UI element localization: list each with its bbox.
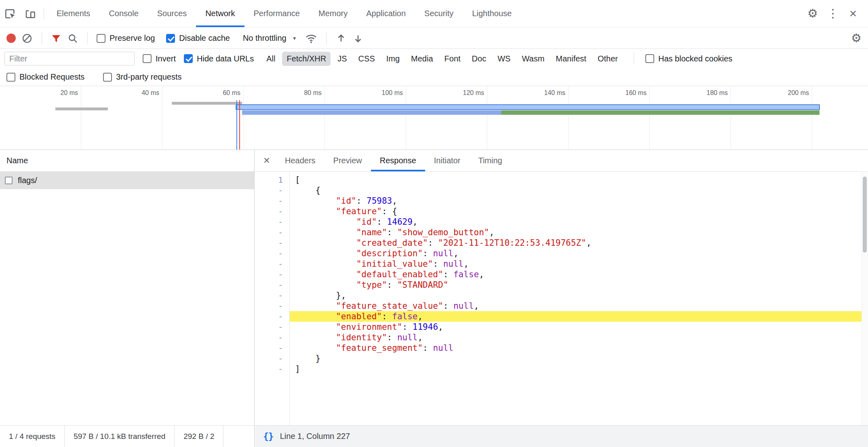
code-line: - {	[255, 185, 868, 196]
pretty-print-icon[interactable]: {}	[263, 431, 274, 442]
load-event-marker	[239, 100, 240, 150]
gutter-divider	[289, 172, 290, 425]
invert-checkbox[interactable]: Invert	[143, 54, 176, 63]
request-row[interactable]: flags/	[0, 172, 254, 189]
third-party-requests-checkbox[interactable]: 3rd-party requests	[103, 72, 181, 82]
network-overview-timeline[interactable]: 20 ms40 ms60 ms80 ms100 ms120 ms140 ms16…	[0, 86, 868, 150]
divider	[44, 8, 44, 20]
import-har-icon[interactable]	[335, 33, 347, 44]
close-devtools-icon[interactable]: ×	[844, 7, 862, 20]
network-summary-bar: 1 / 4 requests597 B / 10.1 kB transferre…	[0, 425, 255, 447]
chevron-down-icon: ▼	[292, 36, 297, 41]
panel-tabs: ElementsConsoleSourcesNetworkPerformance…	[47, 0, 521, 27]
code-line: - "name": "show_demo_button",	[255, 227, 868, 238]
code-line: - "id": 75983,	[255, 196, 868, 206]
timeline-column: 160 ms	[569, 86, 650, 150]
code-line: - "enabled": false,	[255, 311, 868, 322]
search-icon[interactable]	[67, 33, 78, 44]
device-toolbar-icon[interactable]	[20, 0, 40, 27]
timeline-tick-label: 140 ms	[544, 89, 565, 97]
code-text: "description": null,	[289, 248, 868, 259]
code-text: "id": 14629,	[289, 217, 868, 227]
code-text: "name": "show_demo_button",	[289, 227, 868, 238]
checkbox-icon	[97, 34, 105, 43]
line-number: -	[255, 332, 289, 343]
code-line: - },	[255, 290, 868, 301]
has-blocked-cookies-checkbox[interactable]: Has blocked cookies	[645, 54, 732, 63]
timeline-column: 20 ms	[0, 86, 81, 150]
divider	[87, 32, 88, 44]
code-text: "feature_segment": null	[289, 343, 868, 353]
network-settings-gear-icon[interactable]: ⚙	[851, 32, 862, 44]
filter-input[interactable]	[4, 52, 135, 65]
settings-gear-icon[interactable]: ⚙	[803, 8, 822, 19]
more-options-icon[interactable]: ⋮	[824, 8, 842, 19]
tab-elements[interactable]: Elements	[47, 0, 99, 27]
filter-type-media[interactable]: Media	[407, 52, 437, 66]
filter-type-img[interactable]: Img	[382, 52, 404, 66]
tab-performance[interactable]: Performance	[244, 0, 310, 27]
code-line: - "default_enabled": false,	[255, 269, 868, 280]
disable-cache-checkbox[interactable]: Disable cache	[166, 34, 230, 43]
summary-stat: 1 / 4 requests	[0, 426, 65, 447]
code-text: "default_enabled": false,	[289, 269, 868, 280]
export-har-icon[interactable]	[352, 33, 364, 44]
filter-type-font[interactable]: Font	[440, 52, 465, 66]
hide-data-urls-checkbox[interactable]: Hide data URLs	[184, 54, 254, 63]
filter-type-all[interactable]: All	[262, 52, 280, 66]
filter-funnel-icon[interactable]	[51, 33, 61, 44]
line-number: -	[255, 301, 289, 311]
selected-request-bar	[236, 104, 820, 110]
line-number: -	[255, 322, 289, 332]
tab-console[interactable]: Console	[99, 0, 147, 27]
tab-memory[interactable]: Memory	[309, 0, 357, 27]
tab-application[interactable]: Application	[357, 0, 415, 27]
requests-name-header[interactable]: Name	[0, 150, 254, 172]
checkbox-icon	[143, 54, 152, 63]
name-column-label: Name	[6, 156, 28, 165]
preserve-log-checkbox[interactable]: Preserve log	[97, 34, 155, 43]
request-bar-gray-2	[172, 102, 242, 105]
inspect-element-icon[interactable]	[0, 0, 20, 27]
detail-tab-initiator[interactable]: Initiator	[425, 150, 470, 171]
record-network-log-button[interactable]	[6, 34, 16, 43]
code-text: },	[289, 290, 868, 301]
detail-tab-timing[interactable]: Timing	[469, 150, 511, 171]
scrollbar-thumb[interactable]	[863, 177, 867, 253]
checkbox-icon	[6, 73, 15, 82]
timeline-tick-label: 180 ms	[707, 89, 728, 97]
throttling-dropdown[interactable]: No throttling ▼	[243, 34, 297, 43]
tab-sources[interactable]: Sources	[148, 0, 196, 27]
code-line: 1[	[255, 175, 868, 185]
timeline-tick-label: 100 ms	[382, 89, 403, 97]
filter-type-css[interactable]: CSS	[354, 52, 379, 66]
line-number: -	[255, 269, 289, 280]
filter-type-other[interactable]: Other	[593, 52, 622, 66]
blocked-requests-label: Blocked Requests	[19, 72, 84, 82]
detail-tab-headers[interactable]: Headers	[276, 150, 324, 171]
filter-type-doc[interactable]: Doc	[468, 52, 491, 66]
filter-type-js[interactable]: JS	[333, 52, 351, 66]
blocked-requests-checkbox[interactable]: Blocked Requests	[6, 72, 84, 82]
tab-security[interactable]: Security	[415, 0, 463, 27]
divider	[42, 32, 42, 44]
filter-type-wasm[interactable]: Wasm	[517, 52, 549, 66]
tab-lighthouse[interactable]: Lighthouse	[463, 0, 521, 27]
preserve-log-label: Preserve log	[110, 34, 155, 43]
close-details-icon[interactable]: ×	[257, 150, 276, 171]
code-text: "created_date": "2021-11-12T10:22:53.419…	[289, 238, 868, 248]
code-line: - }	[255, 353, 868, 364]
filter-type-fetch-xhr[interactable]: Fetch/XHR	[282, 52, 331, 66]
tab-network[interactable]: Network	[196, 0, 244, 27]
filter-type-ws[interactable]: WS	[493, 52, 515, 66]
detail-tab-preview[interactable]: Preview	[324, 150, 371, 171]
request-type-icon	[5, 177, 13, 184]
detail-tab-response[interactable]: Response	[371, 150, 425, 171]
network-conditions-icon[interactable]	[305, 32, 317, 44]
clear-network-log-icon[interactable]	[21, 33, 33, 44]
filter-type-manifest[interactable]: Manifest	[551, 52, 591, 66]
timeline-tick-label: 120 ms	[463, 89, 484, 97]
checkbox-icon	[645, 54, 654, 63]
line-number: -	[255, 259, 289, 269]
devtools-tab-bar: ElementsConsoleSourcesNetworkPerformance…	[0, 0, 868, 27]
